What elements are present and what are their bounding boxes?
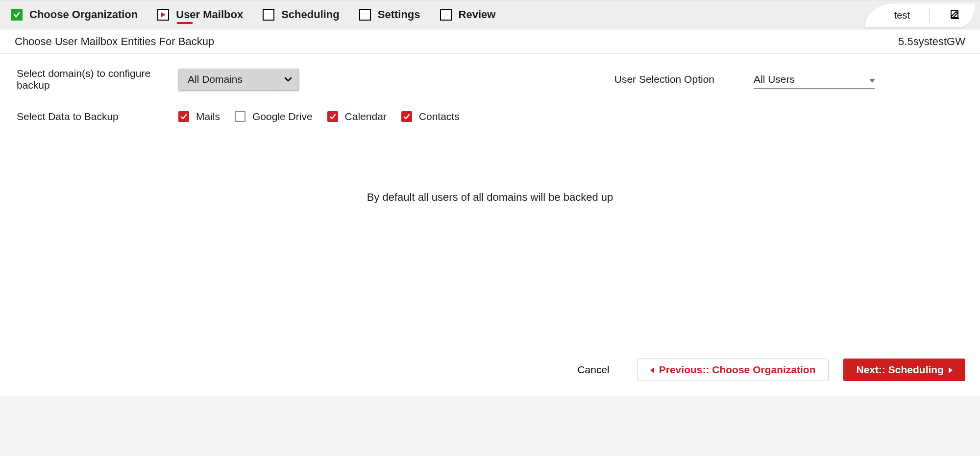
user-selection-dropdown[interactable]: All Users xyxy=(754,71,875,89)
active-underline xyxy=(177,22,193,24)
edit-icon[interactable] xyxy=(950,9,960,22)
step-label: Settings xyxy=(378,8,420,21)
domain-value: All Domains xyxy=(188,73,243,85)
instance-tab: test xyxy=(865,0,975,30)
previous-button[interactable]: Previous:: Choose Organization xyxy=(637,359,829,381)
step-label: Choose Organization xyxy=(29,8,138,21)
checkbox-icon xyxy=(401,111,412,122)
user-selection-label: User Selection Option xyxy=(614,73,714,85)
svg-marker-2 xyxy=(869,79,875,83)
next-label: Next:: Scheduling xyxy=(856,364,944,376)
footer: Cancel Previous:: Choose Organization Ne… xyxy=(0,348,980,396)
domain-label: Select domain(s) to configure backup xyxy=(17,68,178,91)
check-google-drive[interactable]: Google Drive xyxy=(235,111,313,122)
svg-marker-3 xyxy=(650,367,654,373)
step-choose-organization[interactable]: Choose Organization xyxy=(11,8,138,21)
empty-box-icon xyxy=(263,9,274,21)
instance-id: 5.5systestGW xyxy=(898,35,965,48)
check-label: Google Drive xyxy=(252,111,313,122)
steps-bar: Choose Organization User Mailbox Schedul… xyxy=(0,0,980,29)
default-note: By default all users of all domains will… xyxy=(17,191,963,204)
data-label: Select Data to Backup xyxy=(17,111,178,122)
empty-box-icon xyxy=(440,9,452,21)
triangle-down-icon xyxy=(869,73,875,85)
subheader: Choose User Mailbox Entities For Backup … xyxy=(0,29,980,54)
step-user-mailbox[interactable]: User Mailbox xyxy=(157,8,243,21)
play-icon xyxy=(157,9,169,21)
page-title: Choose User Mailbox Entities For Backup xyxy=(15,35,214,48)
svg-marker-4 xyxy=(949,367,953,373)
user-selection-value: All Users xyxy=(754,73,795,85)
next-button[interactable]: Next:: Scheduling xyxy=(843,359,965,381)
domain-dropdown[interactable]: All Domains xyxy=(178,69,299,90)
check-label: Calendar xyxy=(345,111,387,122)
empty-box-icon xyxy=(359,9,371,21)
main-panel: Select domain(s) to configure backup All… xyxy=(0,54,980,348)
svg-marker-0 xyxy=(161,12,166,17)
instance-name: test xyxy=(894,10,910,21)
step-settings[interactable]: Settings xyxy=(359,8,420,21)
checkbox-icon xyxy=(327,111,338,122)
step-label: Review xyxy=(459,8,496,21)
checkbox-icon xyxy=(178,111,189,122)
check-calendar[interactable]: Calendar xyxy=(327,111,387,122)
checkbox-icon xyxy=(235,111,245,122)
check-label: Mails xyxy=(196,111,220,122)
check-label: Contacts xyxy=(419,111,460,122)
check-mails[interactable]: Mails xyxy=(178,111,220,122)
previous-label: Previous:: Choose Organization xyxy=(659,364,816,376)
divider xyxy=(930,8,930,22)
step-label: User Mailbox xyxy=(176,8,243,21)
check-contacts[interactable]: Contacts xyxy=(401,111,460,122)
checkmark-icon xyxy=(11,9,23,21)
cancel-label: Cancel xyxy=(577,364,609,376)
step-review[interactable]: Review xyxy=(440,8,496,21)
step-scheduling[interactable]: Scheduling xyxy=(263,8,340,21)
chevron-right-icon xyxy=(949,364,953,376)
chevron-down-icon xyxy=(277,69,298,90)
chevron-left-icon xyxy=(650,364,654,376)
cancel-button[interactable]: Cancel xyxy=(564,359,622,381)
step-label: Scheduling xyxy=(281,8,340,21)
